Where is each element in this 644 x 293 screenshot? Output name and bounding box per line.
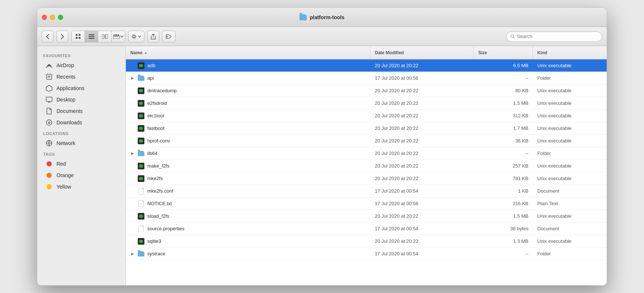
table-row[interactable]: hprof-conv 20 Jul 2020 at 20:22 36 KB Un… (126, 135, 607, 147)
file-list-header: Name ▲ Date Modified Size Kind (126, 46, 607, 59)
expand-arrow-placeholder (130, 126, 135, 131)
table-row[interactable]: adb 20 Jul 2020 at 20:22 6.5 MB Unix exe… (126, 59, 607, 72)
sidebar-item-desktop[interactable]: Desktop (40, 94, 123, 105)
close-button[interactable] (42, 15, 47, 20)
sidebar-item-tag-red[interactable]: Red (40, 158, 123, 169)
table-row[interactable]: sqlite3 20 Jul 2020 at 20:22 1.3 MB Unix… (126, 235, 607, 248)
svg-point-11 (511, 35, 513, 37)
file-date: 17 Jul 2020 at 00:54 (370, 251, 474, 256)
search-icon (510, 34, 515, 39)
file-kind: Unix executable (533, 113, 607, 118)
file-icon (138, 87, 144, 94)
minimize-button[interactable] (50, 15, 55, 20)
file-size: 1.5 MB (474, 100, 533, 106)
sidebar-item-airdrop[interactable]: AirDrop (40, 60, 123, 71)
table-row[interactable]: mke2fs.conf 17 Jul 2020 at 00:54 1 KB Do… (126, 185, 607, 197)
share-button[interactable] (147, 31, 159, 42)
table-row[interactable]: ▶ lib64 20 Jul 2020 at 20:22 -- Folder (126, 147, 607, 160)
expand-arrow-placeholder (130, 227, 135, 231)
file-kind: Folder (533, 251, 607, 256)
file-kind: Plain Text (533, 201, 607, 206)
tag-button[interactable] (162, 31, 175, 42)
expand-arrow-placeholder (130, 139, 135, 143)
executable-icon (138, 113, 144, 119)
name-header[interactable]: Name ▲ (126, 46, 370, 59)
sidebar-item-network[interactable]: Network (40, 138, 123, 149)
sidebar-item-applications[interactable]: Applications (40, 83, 123, 94)
sidebar-item-label: Downloads (56, 120, 82, 125)
kind-header[interactable]: Kind (533, 46, 607, 59)
zoom-button[interactable] (58, 15, 63, 20)
file-icon (138, 62, 144, 69)
size-header[interactable]: Size (474, 46, 533, 59)
file-name: source.properties (147, 226, 184, 231)
table-row[interactable]: source.properties 17 Jul 2020 at 00:54 3… (126, 223, 607, 235)
table-row[interactable]: mke2fs 20 Jul 2020 at 20:22 781 KB Unix … (126, 172, 607, 185)
file-name: fastboot (147, 125, 164, 131)
search-box[interactable] (506, 31, 602, 42)
list-view-button[interactable] (85, 31, 98, 42)
table-row[interactable]: etc1tool 20 Jul 2020 at 20:22 312 KB Uni… (126, 110, 607, 122)
back-icon (46, 34, 49, 39)
icon-view-button[interactable] (72, 31, 85, 42)
action-button[interactable] (128, 31, 144, 42)
table-row[interactable]: dmtracedump 20 Jul 2020 at 20:22 80 KB U… (126, 85, 607, 97)
table-row[interactable]: e2fsdroid 20 Jul 2020 at 20:22 1.5 MB Un… (126, 97, 607, 110)
column-view-icon (102, 34, 108, 39)
svg-rect-6 (114, 34, 116, 36)
gallery-view-button[interactable] (112, 31, 125, 42)
file-kind: Unix executable (533, 63, 607, 68)
sidebar-item-label: Applications (56, 85, 85, 91)
toolbar (37, 27, 607, 46)
file-date: 20 Jul 2020 at 20:22 (370, 213, 474, 219)
file-date: 20 Jul 2020 at 20:22 (370, 176, 474, 181)
file-icon (138, 113, 144, 119)
documents-icon (45, 107, 53, 115)
table-row[interactable]: fastboot 20 Jul 2020 at 20:22 1.7 MB Uni… (126, 122, 607, 135)
file-name-cell: make_f2fs (126, 163, 370, 169)
sidebar-item-documents[interactable]: Documents (40, 106, 123, 117)
svg-rect-0 (89, 34, 95, 35)
expand-arrow[interactable]: ▶ (130, 76, 135, 80)
table-row[interactable]: sload_f2fs 20 Jul 2020 at 20:22 1.5 MB U… (126, 210, 607, 223)
file-icon (138, 200, 144, 207)
sidebar-item-label: AirDrop (56, 62, 74, 68)
sidebar-item-recents[interactable]: Recents (40, 71, 123, 82)
file-size: 1 KB (474, 188, 533, 194)
folder-icon (138, 251, 144, 256)
search-input[interactable] (517, 34, 598, 39)
file-kind: Folder (533, 151, 607, 156)
tag-icon (165, 34, 172, 39)
file-icon (138, 75, 144, 82)
chevron-down-icon (120, 35, 123, 38)
file-kind: Folder (533, 75, 607, 81)
back-button[interactable] (42, 31, 54, 42)
column-view-button[interactable] (98, 31, 112, 42)
file-date: 20 Jul 2020 at 20:22 (370, 100, 474, 106)
date-header[interactable]: Date Modified (370, 46, 474, 59)
executable-icon (138, 175, 144, 182)
file-name: mke2fs (147, 176, 163, 181)
table-row[interactable]: ▶ api 17 Jul 2020 at 00:56 -- Folder (126, 72, 607, 85)
svg-point-8 (133, 35, 135, 38)
sidebar-item-tag-yellow[interactable]: Yellow (40, 181, 123, 192)
expand-arrow[interactable]: ▶ (130, 151, 135, 156)
file-name-cell: dmtracedump (126, 87, 370, 94)
expand-arrow[interactable]: ▶ (130, 252, 135, 256)
file-name-cell: NOTICE.txt (126, 200, 370, 207)
file-size: 36 KB (474, 138, 533, 144)
file-name-cell: fastboot (126, 125, 370, 132)
table-row[interactable]: NOTICE.txt 17 Jul 2020 at 00:56 316 KB P… (126, 197, 607, 210)
sidebar-item-downloads[interactable]: Downloads (40, 117, 123, 128)
table-row[interactable]: make_f2fs 20 Jul 2020 at 20:22 257 KB Un… (126, 160, 607, 172)
file-name-cell: mke2fs (126, 175, 370, 182)
executable-icon (138, 125, 144, 132)
forward-button[interactable] (56, 31, 68, 42)
svg-rect-3 (102, 34, 104, 39)
table-row[interactable]: ▶ systrace 17 Jul 2020 at 00:54 -- Folde… (126, 248, 607, 260)
sidebar: Favourites AirDrop (37, 46, 126, 285)
folder-icon (138, 76, 144, 81)
file-list: Name ▲ Date Modified Size Kind adb (126, 46, 607, 285)
list-view-icon (89, 34, 95, 39)
sidebar-item-tag-orange[interactable]: Orange (40, 170, 123, 181)
